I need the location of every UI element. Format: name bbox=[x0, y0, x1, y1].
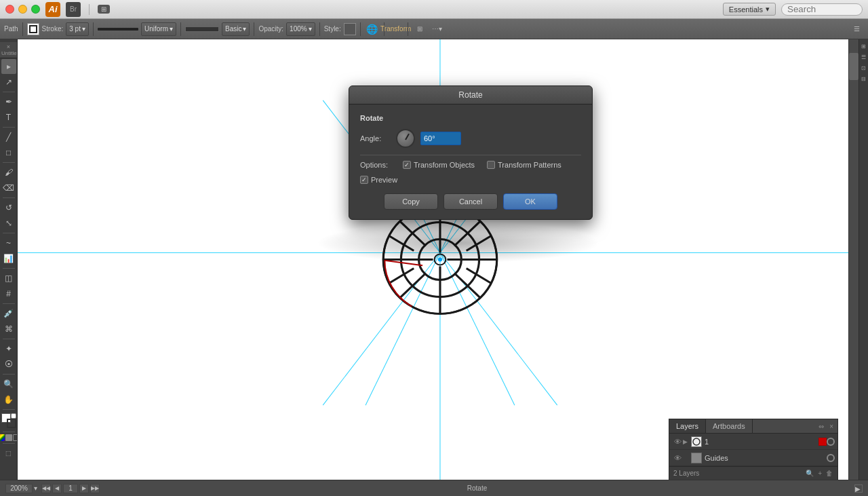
transform-btn[interactable]: Transform bbox=[389, 22, 403, 37]
cancel-button[interactable]: Cancel bbox=[443, 193, 498, 210]
hand-tool[interactable]: ✋ bbox=[1, 392, 16, 407]
scrollbar-thumb[interactable] bbox=[849, 53, 859, 80]
layers-expand-icon[interactable]: ⇔ bbox=[817, 421, 825, 432]
layers-footer: 2 Layers 🔍 + 🗑 bbox=[669, 466, 837, 480]
opacity-dropdown[interactable]: 100%▾ bbox=[286, 22, 315, 36]
pen-tool[interactable]: ✒ bbox=[1, 94, 16, 109]
svg-line-19 bbox=[399, 221, 426, 246]
gradient-tool[interactable]: ◫ bbox=[1, 271, 16, 286]
symbol-tool[interactable]: ✦ bbox=[1, 341, 16, 356]
swap-icon[interactable] bbox=[11, 413, 16, 419]
graph-tool[interactable]: 📊 bbox=[1, 251, 16, 266]
svg-line-26 bbox=[389, 268, 414, 283]
rotate-tool[interactable]: ↺ bbox=[1, 200, 16, 215]
warp-tool[interactable]: ~ bbox=[1, 235, 16, 250]
layers-tabs: Layers Artboards ⇔ × bbox=[669, 419, 837, 434]
nav-next-btn[interactable]: ▶ bbox=[79, 484, 89, 493]
blend-tool[interactable]: ⌘ bbox=[1, 322, 16, 337]
fill-stroke-swatches[interactable] bbox=[1, 413, 16, 428]
mesh-tool[interactable]: # bbox=[1, 286, 16, 301]
panel-icon-4[interactable]: ⊟ bbox=[860, 75, 868, 83]
transform-objects-checkbox-item[interactable]: Transform Objects bbox=[403, 161, 475, 169]
layer-expand-guides[interactable]: ▶ bbox=[683, 455, 691, 461]
envelope-icon[interactable]: ⊞ bbox=[412, 22, 427, 37]
stroke-type-dropdown[interactable]: Uniform▾ bbox=[141, 22, 176, 36]
status-arrow-icon[interactable]: ▶ bbox=[854, 484, 863, 493]
close-button[interactable] bbox=[5, 5, 14, 14]
line-tool[interactable]: ╱ bbox=[1, 130, 16, 145]
nav-last-btn[interactable]: ▶▶ bbox=[90, 484, 100, 493]
eyedropper-tool[interactable]: 💉 bbox=[1, 306, 16, 321]
traffic-lights bbox=[5, 5, 40, 14]
preview-checkbox-item[interactable]: Preview bbox=[360, 176, 397, 184]
panel-icon-3[interactable]: ⊡ bbox=[860, 64, 868, 72]
direct-select-tool[interactable]: ↗ bbox=[1, 75, 16, 90]
layers-add-icon[interactable]: + bbox=[817, 469, 823, 478]
toolbar-sep-1 bbox=[22, 22, 23, 36]
zoom-input[interactable] bbox=[5, 484, 33, 493]
angle-dial[interactable] bbox=[396, 129, 415, 148]
close-tab-icon[interactable]: × bbox=[7, 43, 10, 50]
panel-icon-2[interactable]: ☰ bbox=[860, 53, 868, 61]
screen-mode-btn[interactable]: ⬚ bbox=[1, 446, 16, 461]
none-mode-btn[interactable] bbox=[13, 434, 18, 441]
copy-button[interactable]: Copy bbox=[384, 193, 438, 210]
dialog-sep-1 bbox=[360, 155, 581, 155]
style-swatch[interactable] bbox=[344, 23, 356, 35]
paint-brush-tool[interactable]: 🖌 bbox=[1, 165, 16, 180]
color-mode-btn[interactable] bbox=[0, 434, 5, 441]
stroke-style-dropdown[interactable]: Basic▾ bbox=[222, 22, 250, 36]
transform-patterns-checkbox[interactable] bbox=[487, 161, 495, 169]
toolbar-options-btn[interactable]: ☰ bbox=[849, 22, 864, 37]
stroke-weight-dropdown[interactable]: 3 pt▾ bbox=[66, 22, 89, 36]
scale-tool[interactable]: ⤡ bbox=[1, 216, 16, 231]
ok-button[interactable]: OK bbox=[503, 193, 557, 210]
layers-close-icon[interactable]: × bbox=[828, 421, 835, 432]
toolbar-sep-6 bbox=[360, 22, 361, 36]
nav-first-btn[interactable]: ◀◀ bbox=[41, 484, 51, 493]
artboards-tab[interactable]: Artboards bbox=[706, 419, 753, 433]
zoom-tool[interactable]: 🔍 bbox=[1, 377, 16, 392]
search-input[interactable] bbox=[781, 3, 863, 16]
bridge-icon[interactable]: Br bbox=[66, 2, 81, 17]
more-options-btn[interactable]: ⋯▾ bbox=[430, 22, 445, 37]
canvas-scrollbar-right[interactable] bbox=[848, 39, 859, 480]
select-tool[interactable]: ▸ bbox=[1, 59, 16, 74]
preview-checkbox[interactable] bbox=[360, 176, 368, 184]
nav-prev-btn[interactable]: ◀ bbox=[52, 484, 62, 493]
gradient-mode-btn[interactable] bbox=[5, 434, 12, 441]
angle-input[interactable]: 60° bbox=[420, 132, 461, 145]
artboard[interactable]: Rotate Rotate Angle: 60° Options: bbox=[18, 39, 848, 480]
layer-row-1[interactable]: 👁 ▶ 1 bbox=[669, 434, 837, 450]
tool-sep-3 bbox=[3, 162, 15, 163]
layer-row-guides[interactable]: 👁 ▶ Guides bbox=[669, 450, 837, 466]
dialog-titlebar: Rotate bbox=[349, 86, 592, 104]
rotate-dialog[interactable]: Rotate Rotate Angle: 60° Options: bbox=[349, 85, 593, 220]
layer-expand-1[interactable]: ▶ bbox=[683, 438, 691, 445]
type-tool[interactable]: T bbox=[1, 110, 16, 125]
workspace-btn[interactable]: Essentials ▾ bbox=[723, 3, 776, 16]
transform-objects-checkbox[interactable] bbox=[403, 161, 411, 169]
layers-tab[interactable]: Layers bbox=[669, 419, 706, 433]
workspace-mode-btn[interactable]: ⊞ bbox=[98, 5, 110, 14]
rect-tool[interactable]: □ bbox=[1, 145, 16, 160]
layer-visibility-guides[interactable]: 👁 bbox=[672, 453, 683, 463]
page-input[interactable]: 1 bbox=[63, 484, 78, 493]
options-row: Options: Transform Objects Transform Pat… bbox=[360, 161, 581, 169]
global-icon[interactable]: 🌐 bbox=[365, 22, 380, 37]
color-mode-btns bbox=[0, 434, 18, 441]
layers-search-icon[interactable]: 🔍 bbox=[805, 469, 814, 478]
statusbar: ▾ ◀◀ ◀ 1 ▶ ▶▶ Rotate ▶ bbox=[0, 480, 868, 496]
panel-icon-1[interactable]: ⊞ bbox=[860, 42, 868, 50]
maximize-button[interactable] bbox=[31, 5, 40, 14]
layer-visibility-1[interactable]: 👁 bbox=[672, 436, 683, 447]
status-zoom: ▾ bbox=[5, 484, 37, 493]
stroke-color-swatch[interactable] bbox=[27, 23, 39, 35]
column-tool[interactable]: ⦿ bbox=[1, 357, 16, 372]
minimize-button[interactable] bbox=[18, 5, 27, 14]
eraser-tool[interactable]: ⌫ bbox=[1, 180, 16, 195]
transform-patterns-checkbox-item[interactable]: Transform Patterns bbox=[487, 161, 561, 169]
canvas-area[interactable]: Rotate Rotate Angle: 60° Options: bbox=[18, 39, 859, 480]
layers-delete-icon[interactable]: 🗑 bbox=[825, 469, 833, 478]
tool-sep-6 bbox=[3, 268, 15, 269]
